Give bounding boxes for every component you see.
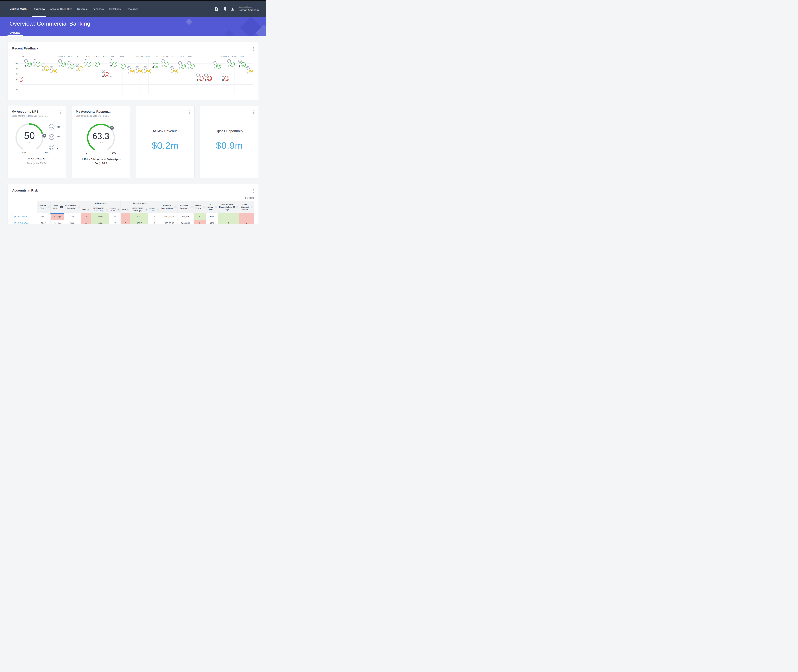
column-header-sample-size[interactable]: Sample Size▼: [109, 206, 121, 213]
column-header-new-support-tickets-in-last-30-days[interactable]: New Support Tickets in Last 30 Days▼: [218, 201, 239, 213]
bookmark-icon[interactable]: [223, 7, 226, 11]
feedback-point-neutral[interactable]: [138, 68, 143, 74]
sort-chevron-icon[interactable]: ▼: [78, 206, 80, 208]
feedback-point-negative[interactable]: [19, 77, 24, 82]
sort-chevron-icon[interactable]: ▼: [190, 206, 193, 208]
feedback-point-positive[interactable]: [94, 61, 100, 67]
feedback-point-positive[interactable]: [120, 64, 126, 69]
kebab-menu-icon[interactable]: [253, 188, 255, 194]
subtab-overview[interactable]: Overview: [10, 31, 20, 36]
sort-chevron-icon[interactable]: ▼: [47, 206, 50, 208]
response-gauge: 63.3 –7.1 ★: [85, 122, 117, 154]
table-cell: 17: [109, 220, 121, 224]
comment-bubble-icon: [109, 59, 114, 64]
table-cell: 100.0: [91, 220, 109, 224]
y-axis-tick-label: 4: [12, 78, 18, 80]
nav-tab-resources[interactable]: Resources: [123, 2, 141, 17]
feedback-point-negative[interactable]: [224, 76, 229, 81]
nav-tab-invitations[interactable]: Invitations: [106, 2, 123, 17]
feedback-point-positive[interactable]: [35, 61, 41, 67]
column-header--of-at-risk-records[interactable]: % of At Risk Records▼: [64, 201, 81, 213]
kebab-menu-icon[interactable]: [253, 46, 255, 51]
sort-chevron-icon[interactable]: ▼: [60, 206, 63, 208]
user-icon[interactable]: [231, 7, 235, 11]
feedback-point-positive[interactable]: [216, 64, 221, 69]
nav-tab-account-deep-dive[interactable]: Account Deep Dive: [48, 2, 75, 17]
chart-x-axis: 0188/7/20188/14/...8/17/...8/18/...8/19/…: [19, 55, 253, 59]
bell-icon: [84, 65, 86, 68]
feedback-point-positive[interactable]: [112, 61, 117, 67]
column-header--active-users[interactable]: % Active Users▼: [206, 201, 218, 213]
feedback-point-positive[interactable]: [241, 62, 246, 67]
star-badge-icon[interactable]: ★: [42, 134, 46, 138]
column-header-tenure-years-[interactable]: Tenure (Years)▼: [194, 201, 206, 213]
feedback-point-neutral[interactable]: [146, 68, 152, 74]
account-cell: [B2B]Chevron: [13, 213, 37, 220]
bell-icon: [102, 75, 104, 78]
sort-chevron-icon[interactable]: ▼: [215, 206, 217, 208]
feedback-point-positive[interactable]: [69, 64, 75, 69]
table-cell: 3 - High: [51, 213, 64, 220]
sort-chevron-icon[interactable]: ▼: [203, 206, 205, 208]
feedback-point-positive[interactable]: [154, 63, 160, 68]
column-header-open-support-tickets[interactable]: Open Support Tickets▼: [239, 201, 254, 213]
column-header-contract-renewal-date[interactable]: Contract Renewal Date▼: [160, 201, 178, 213]
feedback-point-negative[interactable]: [104, 72, 109, 77]
table-cell: Tier 2: [37, 213, 51, 220]
comment-bubble-icon: [170, 66, 174, 70]
account-link[interactable]: [B2B]CaixaBank: [14, 222, 30, 224]
column-header-account-revenue[interactable]: Account Revenue▼: [178, 201, 194, 213]
brand-logo[interactable]: Visible stars: [10, 2, 27, 17]
nav-tab-feedback[interactable]: Feedback: [90, 2, 106, 17]
column-header-nps[interactable]: NPS▼: [81, 206, 91, 213]
feedback-point-neutral[interactable]: [249, 68, 253, 74]
feedback-point-neutral[interactable]: [52, 68, 58, 74]
sort-chevron-icon[interactable]: ▼: [174, 206, 177, 208]
sort-chevron-icon[interactable]: ▼: [251, 206, 253, 208]
feedback-point-positive[interactable]: [163, 61, 169, 67]
sort-chevron-icon[interactable]: ▼: [157, 208, 159, 211]
nav-tab-revenue[interactable]: Revenue: [75, 2, 90, 17]
table-cell: 0: [120, 220, 130, 224]
sort-chevron-icon[interactable]: ▼: [145, 208, 147, 211]
feedback-point-negative[interactable]: [207, 76, 212, 81]
recent-feedback-card: Recent Feedback 0188/7/20188/14/...8/17/…: [7, 42, 259, 100]
feedback-point-negative[interactable]: [198, 76, 204, 81]
bell-icon: [33, 65, 35, 68]
column-header-sample-size[interactable]: Sample Size▼: [149, 206, 160, 213]
feedback-point-positive[interactable]: [27, 61, 32, 67]
accounts-at-risk-title: Accounts at Risk: [12, 189, 254, 192]
feedback-point-positive[interactable]: [86, 61, 91, 67]
column-header-response-rate-[interactable]: RESPONSE RATE (%)▼: [91, 206, 109, 213]
sort-chevron-icon[interactable]: ▼: [87, 208, 90, 211]
sort-chevron-icon[interactable]: ▼: [126, 208, 129, 211]
sort-chevron-icon[interactable]: ▼: [117, 208, 120, 211]
feedback-point-neutral[interactable]: [130, 68, 135, 74]
column-header-churn-risk[interactable]: Churn Risk▼: [51, 201, 64, 213]
feedback-point-neutral[interactable]: [78, 66, 83, 71]
column-header-account-tier[interactable]: Account Tier▼: [37, 201, 51, 213]
user-menu[interactable]: Account Manager Jordan Abraham: [239, 6, 259, 12]
sort-chevron-icon[interactable]: ▼: [106, 208, 108, 211]
account-link[interactable]: [B2B]Chevron: [14, 215, 27, 218]
table-row: [B2B]ChevronTier 23 - High38.5-25100.026…: [13, 213, 254, 220]
column-header-response-rate-[interactable]: RESPONSE RATE (%)▼: [130, 206, 149, 213]
nav-tab-overview[interactable]: Overview: [31, 2, 48, 17]
feedback-point-neutral[interactable]: [173, 68, 178, 74]
feedback-point-neutral[interactable]: [44, 66, 49, 71]
kebab-menu-icon[interactable]: [124, 110, 126, 115]
column-header-nps[interactable]: NPS▼: [120, 206, 130, 213]
comment-bubble-icon: [83, 59, 88, 64]
table-pagination[interactable]: 1-5 of 20: [12, 197, 254, 199]
table-cell: 2: [218, 220, 239, 224]
export-document-icon[interactable]: [215, 7, 218, 11]
feedback-point-positive[interactable]: [181, 64, 186, 69]
star-badge-icon[interactable]: ★: [110, 126, 114, 130]
kebab-menu-icon[interactable]: [188, 110, 190, 115]
kebab-menu-icon[interactable]: [60, 110, 62, 115]
sort-chevron-icon[interactable]: ▼: [236, 206, 238, 208]
feedback-point-positive[interactable]: [190, 64, 195, 69]
feedback-point-positive[interactable]: [230, 61, 235, 67]
kebab-menu-icon[interactable]: [253, 110, 255, 115]
feedback-point-positive[interactable]: [61, 61, 66, 67]
